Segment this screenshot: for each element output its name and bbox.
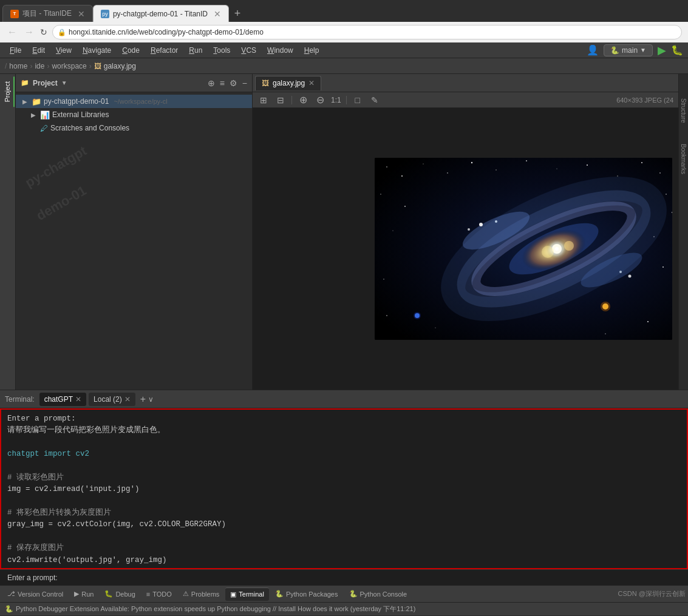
address-input-container[interactable]: 🔒 hongxi.titanide.cn/ide/web/coding/py-c… <box>52 25 682 39</box>
bookmarks-label[interactable]: Bookmarks <box>680 144 687 174</box>
browser-chrome: T 项目 - TitanIDE ✕ py py-chatgpt-demo-01 … <box>0 0 688 42</box>
zoom-in-button[interactable]: ⊕ <box>297 94 309 106</box>
python-folder-icon: 📁 <box>32 97 41 106</box>
terminal-content[interactable]: Enter a prompt: 请帮我编写一段代码把彩色照片变成黑白色。 cha… <box>0 408 688 569</box>
toolbar-sep-2 <box>346 96 347 104</box>
panel-minimize-icon[interactable]: − <box>242 78 247 88</box>
watermark-area: py-chatgpt demo-01 <box>16 135 252 256</box>
panel-collapse-icon[interactable]: ≡ <box>220 78 225 88</box>
menu-code[interactable]: Code <box>117 45 145 56</box>
run-icon: ▶ <box>74 590 79 598</box>
titan-icon: T <box>10 10 19 18</box>
menu-vcs[interactable]: VCS <box>236 45 261 56</box>
tree-item-external-libs[interactable]: ▶ 📊 External Libraries <box>16 108 252 121</box>
menu-file[interactable]: File <box>5 45 26 56</box>
structure-label[interactable]: Structure <box>680 98 687 123</box>
panel-settings-icon[interactable]: ⚙ <box>230 78 237 88</box>
refresh-button[interactable]: ↻ <box>40 27 47 37</box>
terminal-line-13: cv2.imwrite('output.jpg', gray_img) <box>7 555 681 566</box>
back-button[interactable]: ← <box>6 27 18 38</box>
panel-title-dropdown[interactable]: ▼ <box>61 80 67 86</box>
zoom-level: 1:1 <box>331 96 341 104</box>
csdn-label: CSDN @深圳行云创新 <box>618 589 686 598</box>
bottom-tab-version-control[interactable]: ⎇ Version Control <box>2 587 68 601</box>
problems-icon: ⚠ <box>183 590 189 598</box>
debug-button[interactable]: 🐛 <box>671 44 683 56</box>
menu-view[interactable]: View <box>51 45 77 56</box>
editor-tab-close[interactable]: ✕ <box>308 79 315 87</box>
tree-item-root[interactable]: ▶ 📁 py-chatgpt-demo-01 ~/workspace/py-cl <box>16 95 252 108</box>
breadcrumb-file: 🖼 galaxy.jpg <box>94 62 136 70</box>
pen-button[interactable]: ✎ <box>369 94 381 106</box>
terminal-line-12: # 保存灰度图片 <box>7 543 681 554</box>
editor-tabs: 🖼 galaxy.jpg ✕ <box>253 74 678 92</box>
panel-folder-icon: 📁 <box>21 79 29 87</box>
svg-point-17 <box>392 230 393 231</box>
terminal-prompt-bar[interactable]: Enter a prompt: <box>0 569 688 585</box>
terminal-tab-local-close[interactable]: ✕ <box>124 395 131 404</box>
panel-title: Project <box>33 79 58 87</box>
svg-point-4 <box>447 172 448 174</box>
terminal-tab-chatgpt[interactable]: chatGPT ✕ <box>39 393 86 406</box>
terminal-line-blank-1 <box>7 437 681 448</box>
tab-1-label: 项目 - TitanIDE <box>22 8 72 19</box>
tree-item-scratches[interactable]: 🖊 Scratches and Consoles <box>16 121 252 135</box>
terminal-tab-chatgpt-close[interactable]: ✕ <box>75 395 81 404</box>
run-label: Run <box>81 591 94 598</box>
todo-icon: ≡ <box>146 591 150 598</box>
terminal-tab-local[interactable]: Local (2) ✕ <box>89 393 135 406</box>
fit-screen-button[interactable]: ⊞ <box>257 94 270 106</box>
left-sidebar: Project <box>0 74 16 390</box>
tab-2[interactable]: py py-chatgpt-demo-01 - TitanID ✕ <box>93 5 229 22</box>
menu-run[interactable]: Run <box>184 45 207 56</box>
terminal-tab-label: Terminal <box>239 591 264 598</box>
terminal-line-blank-2 <box>7 461 681 472</box>
svg-point-45 <box>542 246 554 258</box>
svg-point-44 <box>564 241 574 251</box>
terminal-add-button[interactable]: + <box>140 394 146 405</box>
terminal-chevron[interactable]: ∨ <box>148 395 154 404</box>
editor-tab-galaxy[interactable]: 🖼 galaxy.jpg ✕ <box>255 76 321 90</box>
svg-point-21 <box>386 315 387 316</box>
watermark-2: demo-01 <box>34 183 89 224</box>
menu-help[interactable]: Help <box>299 45 324 56</box>
watermark-1: py-chatgpt <box>22 143 89 191</box>
sidebar-tab-project[interactable]: Project <box>1 76 15 107</box>
bottom-tab-debug[interactable]: 🐛 Debug <box>100 587 140 601</box>
menu-edit[interactable]: Edit <box>27 45 50 56</box>
bottom-tab-python-packages[interactable]: 🐍 Python Packages <box>270 587 343 601</box>
tab-1-close[interactable]: ✕ <box>78 9 85 19</box>
aspect-button[interactable]: □ <box>352 94 364 106</box>
bottom-tab-python-console[interactable]: 🐍 Python Console <box>344 587 412 601</box>
sep2: › <box>47 62 49 70</box>
menu-navigate[interactable]: Navigate <box>78 45 116 56</box>
svg-point-41 <box>468 228 470 231</box>
zoom-out-button[interactable]: ⊖ <box>314 94 326 106</box>
user-icon[interactable]: 👤 <box>587 44 599 56</box>
breadcrumb-ide[interactable]: ide <box>35 62 44 70</box>
svg-point-6 <box>496 169 496 170</box>
panel-locate-icon[interactable]: ⊕ <box>208 78 215 88</box>
forward-button[interactable]: → <box>23 27 35 38</box>
svg-point-5 <box>471 162 472 163</box>
grid-button[interactable]: ⊟ <box>274 94 287 106</box>
menu-tools[interactable]: Tools <box>208 45 235 56</box>
tab-1[interactable]: T 项目 - TitanIDE ✕ <box>2 5 93 22</box>
menu-refactor[interactable]: Refactor <box>146 45 183 56</box>
tab-2-close[interactable]: ✕ <box>214 9 221 19</box>
bottom-tab-problems[interactable]: ⚠ Problems <box>178 587 224 601</box>
tab-file-icon: 🖼 <box>262 79 269 87</box>
menu-window[interactable]: Window <box>262 45 298 56</box>
run-button[interactable]: ▶ <box>658 44 666 57</box>
image-info: 640×393 JPEG (24 <box>616 96 673 104</box>
bottom-tab-run[interactable]: ▶ Run <box>69 587 98 601</box>
new-tab-button[interactable]: + <box>229 5 246 22</box>
breadcrumb-home[interactable]: home <box>9 62 27 70</box>
terminal-line-7: img = cv2.imread('input.jpg') <box>7 484 681 495</box>
bottom-tab-terminal[interactable]: ▣ Terminal <box>225 587 269 601</box>
bottom-tab-todo[interactable]: ≡ TODO <box>141 587 177 601</box>
breadcrumb-workspace[interactable]: workspace <box>52 62 86 70</box>
svg-point-28 <box>601 302 610 311</box>
run-config-label: main <box>622 46 638 55</box>
run-configuration-button[interactable]: 🐍 main ▼ <box>604 44 653 56</box>
